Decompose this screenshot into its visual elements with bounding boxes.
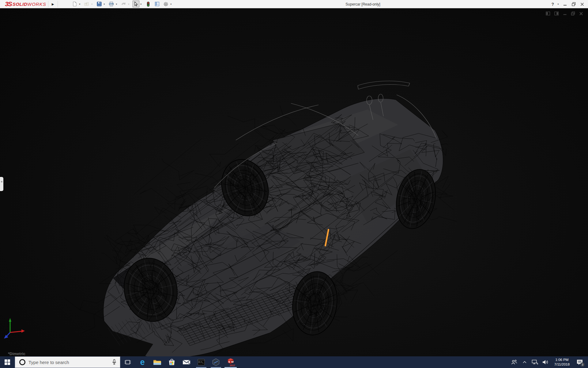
document-window-controls	[546, 11, 583, 16]
help-button[interactable]: ?	[551, 2, 555, 7]
clock-date: 7/11/2018	[552, 362, 572, 367]
solidworks-logo: 3S SOLID WORKS	[0, 0, 46, 8]
mail-icon	[183, 359, 190, 365]
restore-button[interactable]	[570, 1, 577, 8]
speaker-icon	[542, 359, 549, 365]
solidworks-mark-icon: 3S	[5, 0, 12, 8]
action-center-button[interactable]: 3	[575, 356, 585, 368]
command-prompt-icon: C:\_	[198, 359, 205, 366]
hidden-icons-button[interactable]	[521, 356, 529, 368]
taskbar-app-store[interactable]	[164, 356, 179, 368]
graphics-area[interactable]: *Dimetric	[0, 8, 588, 356]
undo-caret: ▾	[127, 3, 130, 6]
notification-badge: 3	[580, 362, 585, 367]
wireframe-car-model	[0, 8, 588, 356]
doc-pane-left-icon[interactable]	[546, 11, 550, 16]
options-caret[interactable]: ▾	[169, 3, 173, 6]
solidworks-2017-icon: S W 2017	[226, 358, 235, 367]
select-button[interactable]	[133, 1, 139, 7]
open-button[interactable]	[84, 1, 90, 7]
brand-works-text: WORKS	[27, 2, 46, 7]
windows-taskbar: e	[0, 356, 588, 368]
minimize-button[interactable]	[562, 1, 568, 8]
taskbar-app-command-prompt[interactable]: C:\_	[194, 356, 209, 368]
edge-icon: e	[140, 358, 145, 366]
select-cursor-icon	[134, 2, 138, 6]
undo-icon	[121, 2, 126, 6]
open-caret: ▾	[90, 3, 94, 6]
people-button[interactable]	[510, 356, 518, 368]
minimize-icon	[563, 2, 567, 6]
people-icon	[511, 359, 517, 365]
new-document-button[interactable]	[71, 1, 78, 7]
window-controls: ? ▾	[551, 0, 586, 8]
save-button[interactable]	[96, 1, 103, 7]
rebuild-button[interactable]	[145, 1, 152, 7]
volume-button[interactable]	[541, 356, 549, 368]
view-orientation-label: *Dimetric	[8, 351, 25, 356]
save-icon	[97, 2, 102, 6]
chevron-up-icon	[522, 361, 527, 364]
taskbar-app-mail[interactable]	[179, 356, 194, 368]
print-caret[interactable]: ▾	[115, 3, 118, 6]
taskbar-app-edrawings[interactable]	[209, 356, 223, 368]
file-explorer-icon	[153, 359, 161, 366]
close-icon	[580, 2, 584, 6]
svg-text:S: S	[228, 360, 230, 363]
save-caret[interactable]: ▾	[103, 3, 106, 6]
close-button[interactable]	[579, 1, 586, 8]
open-icon	[84, 2, 89, 6]
undo-button[interactable]	[120, 1, 127, 7]
title-bar: 3S SOLID WORKS ▶ ▾	[0, 0, 588, 8]
network-button[interactable]	[531, 356, 539, 368]
separator	[48, 1, 48, 7]
select-caret[interactable]: ▾	[139, 3, 143, 6]
collapsed-featuremanager-tab[interactable]	[0, 177, 3, 191]
taskbar-app-file-explorer[interactable]	[150, 356, 164, 368]
search-input[interactable]	[28, 360, 108, 365]
help-caret[interactable]: ▾	[556, 3, 560, 6]
file-properties-button[interactable]	[154, 1, 160, 7]
network-ethernet-icon	[532, 359, 538, 365]
tab-dot	[1, 181, 2, 182]
hexagon-app-icon	[212, 358, 220, 366]
clock-time: 1:06 PM	[552, 358, 572, 362]
minimize-doc-icon[interactable]	[563, 11, 567, 16]
svg-text:W: W	[231, 360, 234, 363]
options-button[interactable]	[163, 1, 169, 7]
close-doc-icon[interactable]	[579, 12, 583, 16]
svg-text:2017: 2017	[230, 364, 235, 367]
new-document-caret[interactable]: ▾	[78, 3, 81, 6]
doc-pane-right-icon[interactable]	[554, 11, 559, 16]
new-document-icon	[72, 2, 77, 6]
svg-text:C:\_: C:\_	[199, 361, 204, 363]
file-properties-icon	[155, 2, 160, 6]
document-title: Supercar [Read-only]	[337, 0, 389, 8]
print-icon	[109, 2, 114, 6]
separator	[58, 1, 58, 7]
microphone-icon[interactable]	[112, 359, 116, 365]
task-view-icon	[125, 359, 131, 365]
solidworks-window: 3S SOLID WORKS ▶ ▾	[0, 0, 588, 368]
task-view-button[interactable]	[120, 356, 135, 368]
brand-solid-text: SOLID	[13, 2, 27, 7]
quick-access-toolbar: ▾ ▾	[71, 1, 175, 7]
cortana-search-icon	[19, 359, 25, 365]
windows-logo-icon	[5, 359, 10, 365]
taskbar-search[interactable]	[15, 356, 120, 368]
system-tray: 1:06 PM 7/11/2018 3	[510, 356, 588, 368]
taskbar-app-edge[interactable]: e	[135, 356, 150, 368]
traffic-light-icon	[146, 2, 150, 7]
restore-icon	[572, 2, 576, 6]
taskbar-clock[interactable]: 1:06 PM 7/11/2018	[552, 358, 572, 367]
taskbar-app-solidworks[interactable]: S W 2017	[223, 356, 238, 368]
restore-doc-icon[interactable]	[571, 11, 575, 16]
gear-icon	[163, 2, 168, 7]
store-icon	[168, 358, 175, 366]
start-button[interactable]	[0, 356, 15, 368]
print-button[interactable]	[108, 1, 115, 7]
menu-flyout-arrow[interactable]: ▶	[50, 1, 56, 7]
